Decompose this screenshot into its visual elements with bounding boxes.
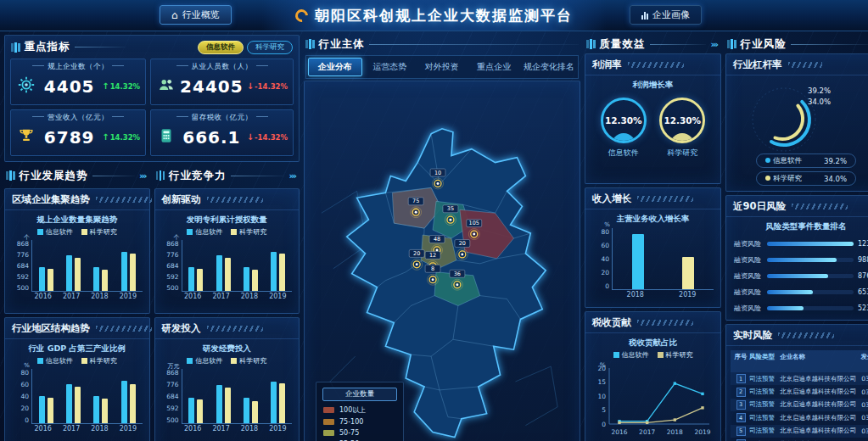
bar bbox=[216, 385, 222, 423]
svg-text:36: 36 bbox=[454, 271, 461, 277]
panel-title: 税收贡献 bbox=[592, 316, 631, 329]
svg-text:20: 20 bbox=[597, 365, 606, 372]
kpi-label: 留存税收（亿元） bbox=[151, 113, 293, 123]
home-icon: ⌂ bbox=[171, 9, 178, 21]
chart-title: 税收贡献占比 bbox=[587, 338, 719, 349]
hatch-decoration bbox=[207, 197, 263, 203]
toggle-info-software[interactable]: 信息软件 bbox=[198, 41, 244, 54]
page-title: 朝阳区科创规上企业大数据监测平台 bbox=[315, 6, 573, 25]
chart-title: 规上企业数量集聚趋势 bbox=[7, 215, 148, 226]
line-chart: %201510502016201720182019 bbox=[591, 361, 716, 438]
panel-title: 行业杠杆率 bbox=[733, 59, 782, 71]
kpi-label: 营业收入（亿元） bbox=[11, 113, 145, 123]
table-row[interactable]: 4 司法预警 北京启迪卓越科技有限公司 03-16 bbox=[731, 411, 868, 424]
chart-legend: 信息软件科学研究 bbox=[585, 350, 720, 360]
profit-chart-title: 利润增长率 bbox=[587, 80, 719, 91]
enterprise-distribution-map-panel: 10753510548202012836 企业数量 100以上 75-100 5… bbox=[304, 81, 580, 441]
quality-more-button[interactable]: ››› bbox=[710, 39, 720, 50]
trend-more-button[interactable]: ››› bbox=[139, 170, 148, 181]
map-tab-bar: 企业分布 运营态势 对外投资 重点企业 规企变化排名 bbox=[305, 55, 579, 79]
bar bbox=[252, 401, 258, 423]
bar bbox=[682, 257, 694, 289]
trend-section-title: 行业发展趋势 bbox=[20, 169, 88, 183]
table-row[interactable]: 2 司法预警 北京启迪卓越科技有限公司 03-16 bbox=[731, 385, 868, 398]
rnd-panel: 研发投入 研发经费投入信息软件科学研究万元8687766845925002016… bbox=[154, 317, 300, 441]
panel-title: 区域企业集聚趋势 bbox=[12, 193, 90, 206]
kpi-card-0[interactable]: 规上企业数（个） 4405 ↑14.32% bbox=[10, 59, 146, 105]
bar bbox=[48, 269, 53, 291]
map-legend: 企业数量 100以上 75-100 50-75 25-50 0-25 bbox=[316, 382, 404, 441]
tab-0[interactable]: 企业分布 bbox=[308, 58, 362, 76]
bar bbox=[48, 398, 53, 423]
bar bbox=[225, 388, 231, 423]
main-section-title: 行业主体 bbox=[319, 37, 365, 52]
table-row[interactable]: 5 司法预警 北京启迪卓越科技有限公司 03-16 bbox=[731, 425, 868, 438]
svg-text:2016: 2016 bbox=[611, 428, 627, 436]
gauge-label: 信息软件 bbox=[601, 148, 647, 159]
tab-3[interactable]: 重点企业 bbox=[468, 56, 521, 78]
agglomeration-chart: 规上企业数量集聚趋势信息软件科学研究个868776684592500201620… bbox=[5, 215, 149, 300]
tax-contribution-chart: 税收贡献占比信息软件科学研究%201510502016201720182019 bbox=[585, 338, 720, 441]
bar-chart-icon bbox=[641, 11, 648, 20]
bar bbox=[121, 252, 127, 291]
gauge-value: 12.30% bbox=[664, 115, 701, 126]
risk-rank-row: 融资风险 523 bbox=[734, 304, 868, 313]
bar bbox=[93, 396, 99, 423]
bar bbox=[271, 382, 277, 423]
tab-4[interactable]: 规企变化排名 bbox=[520, 56, 578, 78]
hatch-decoration bbox=[637, 196, 693, 202]
realtime-risk-panel: 实时风险 序号风险类型企业名称发生时间 1 司法预警 北京启迪卓越科技有限公司 … bbox=[725, 324, 868, 441]
kpi-card-2[interactable]: 营业收入（亿元） 6789 ↑14.32% bbox=[10, 109, 146, 156]
tab-1[interactable]: 运营态势 bbox=[364, 56, 417, 78]
hatch-decoration bbox=[778, 332, 834, 338]
svg-text:75: 75 bbox=[412, 198, 419, 204]
toggle-science-research[interactable]: 科学研究 bbox=[247, 41, 293, 54]
svg-text:105: 105 bbox=[469, 220, 479, 226]
kpi-label: 规上企业数（个） bbox=[11, 62, 145, 72]
income-growth-panel: 收入增长 主营业务收入增长率%80604020020182019 bbox=[585, 187, 721, 308]
panel-title: 创新驱动 bbox=[162, 193, 201, 206]
compete-section-title: 行业竞争力 bbox=[169, 169, 227, 183]
chart-title: 发明专利累计授权数量 bbox=[157, 215, 298, 226]
bar bbox=[102, 270, 108, 291]
nav-industry-overview[interactable]: ⌂ 行业概览 bbox=[160, 5, 232, 25]
section-bars-icon bbox=[6, 170, 15, 181]
bar bbox=[39, 396, 45, 423]
bar bbox=[188, 398, 194, 423]
realtime-risk-table: 序号风险类型企业名称发生时间 1 司法预警 北京启迪卓越科技有限公司 03-16… bbox=[731, 350, 868, 441]
employees-icon bbox=[157, 75, 176, 94]
tab-2[interactable]: 对外投资 bbox=[416, 56, 468, 78]
region-structure-panel: 行业地区结构趋势 行业 GDP 占第三产业比例信息软件科学研究%80604020… bbox=[4, 317, 150, 441]
risk-rank-chart: 风险类型事件数量排名 融资风险 1234 融资风险 988 融资风险 876 融… bbox=[726, 221, 868, 313]
risk-rank-row: 融资风险 988 bbox=[734, 255, 868, 265]
section-bars-icon bbox=[11, 42, 20, 53]
panel-title: 近90日风险 bbox=[733, 200, 786, 213]
kpi-value: 4405 bbox=[40, 76, 98, 97]
svg-text:8: 8 bbox=[431, 265, 434, 272]
hatch-decoration bbox=[792, 204, 848, 209]
kpi-value: 24405 bbox=[180, 76, 244, 97]
gauge-value: 12.30% bbox=[605, 115, 642, 126]
panel-title: 行业地区结构趋势 bbox=[12, 322, 90, 335]
kpi-card-1[interactable]: 从业人员数（人） 24405 ↓-14.32% bbox=[150, 59, 294, 105]
svg-text:35: 35 bbox=[447, 205, 454, 212]
leverage-legend-item: 信息软件39.2% bbox=[756, 154, 856, 168]
svg-text:15: 15 bbox=[597, 378, 606, 386]
bar bbox=[130, 384, 136, 423]
compete-more-button[interactable]: ››› bbox=[288, 170, 298, 181]
kpi-card-3[interactable]: 留存税收（亿元） 666.1 ↓-14.32% bbox=[150, 109, 294, 156]
table-row[interactable]: 1 司法预警 北京启迪卓越科技有限公司 03-16 bbox=[731, 372, 868, 385]
svg-text:20: 20 bbox=[413, 250, 420, 257]
nav-enterprise-portrait[interactable]: 企业画像 bbox=[630, 5, 702, 25]
revenue-icon bbox=[17, 126, 36, 145]
table-row[interactable]: 3 司法预警 北京启迪卓越科技有限公司 03-16 bbox=[731, 399, 868, 411]
bar bbox=[225, 258, 231, 291]
bar bbox=[244, 267, 249, 291]
chart-title: 研发经费投入 bbox=[157, 343, 298, 354]
bar bbox=[197, 269, 203, 291]
svg-text:2017: 2017 bbox=[639, 428, 655, 436]
svg-text:5: 5 bbox=[602, 406, 606, 414]
svg-text:12: 12 bbox=[429, 252, 436, 259]
hatch-decoration bbox=[96, 326, 152, 332]
table-row[interactable]: 6 司法预警 北京启迪卓越科技有限公司 03-16 bbox=[731, 438, 868, 441]
